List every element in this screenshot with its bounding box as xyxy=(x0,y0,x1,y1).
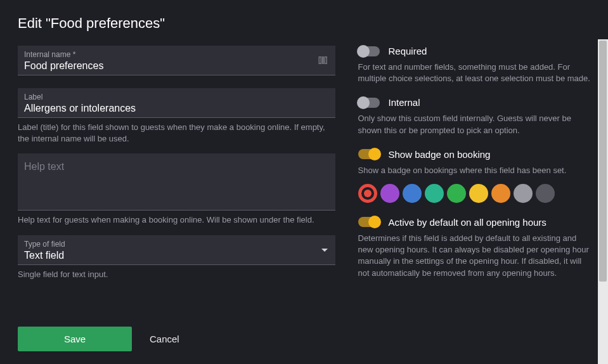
type-of-field-group: Type of field Text field Single field fo… xyxy=(18,235,335,280)
badge-color-swatch-4[interactable] xyxy=(447,184,466,203)
active-default-toggle[interactable] xyxy=(358,217,380,227)
active-default-row: Active by default on all opening hours xyxy=(358,217,591,228)
right-column: Required For text and number fields, som… xyxy=(358,46,591,292)
badge-color-swatch-0[interactable] xyxy=(358,184,377,203)
help-text-group: Help text for guests when making a booki… xyxy=(18,153,335,226)
show-badge-row: Show badge on booking xyxy=(358,149,591,160)
show-badge-toggle[interactable] xyxy=(358,149,380,159)
type-of-field-label: Type of field xyxy=(24,240,329,249)
label-help: Label (title) for this field shown to gu… xyxy=(18,122,335,145)
edit-custom-field-dialog: Edit "Food preferences" Internal name * … xyxy=(0,0,608,364)
internal-name-field[interactable]: Internal name * xyxy=(18,46,335,75)
dialog-columns: Internal name * Label Label (title) for … xyxy=(18,46,590,292)
label-input[interactable] xyxy=(24,103,329,114)
svg-rect-1 xyxy=(322,57,323,64)
label-group: Label Label (title) for this field shown… xyxy=(18,88,335,145)
save-button[interactable]: Save xyxy=(18,327,132,351)
internal-label: Internal xyxy=(389,97,420,108)
label-field[interactable]: Label xyxy=(18,88,335,118)
active-default-label: Active by default on all opening hours xyxy=(389,217,547,228)
dialog-title: Edit "Food preferences" xyxy=(18,15,590,32)
required-label: Required xyxy=(389,46,427,56)
active-default-desc: Determines if this field is added by def… xyxy=(358,233,591,279)
dialog-actions: Save Cancel xyxy=(18,327,179,351)
vertical-scrollbar[interactable] xyxy=(598,39,608,364)
required-desc: For text and number fields, something mu… xyxy=(358,62,591,84)
badge-color-swatch-6[interactable] xyxy=(491,184,510,203)
badge-color-swatch-8[interactable] xyxy=(536,184,555,203)
show-badge-label: Show badge on booking xyxy=(389,149,491,160)
chevron-down-icon xyxy=(321,249,328,252)
help-text-field[interactable] xyxy=(18,153,335,211)
badge-color-swatches xyxy=(358,184,591,203)
left-column: Internal name * Label Label (title) for … xyxy=(18,46,335,292)
type-of-field-help: Single field for text input. xyxy=(18,269,335,280)
internal-desc: Only show this custom field internally. … xyxy=(358,113,591,136)
internal-name-input[interactable] xyxy=(24,60,329,72)
internal-name-label: Internal name * xyxy=(24,50,329,59)
type-of-field-value: Text field xyxy=(24,250,329,261)
help-text-help: Help text for guests when making a booki… xyxy=(18,214,335,226)
type-of-field-select[interactable]: Type of field Text field xyxy=(18,235,335,265)
badge-color-swatch-7[interactable] xyxy=(514,184,533,203)
internal-toggle[interactable] xyxy=(358,98,380,108)
badge-color-swatch-5[interactable] xyxy=(469,184,488,203)
internal-name-group: Internal name * xyxy=(18,46,335,75)
badge-color-swatch-2[interactable] xyxy=(403,184,422,203)
cancel-button[interactable]: Cancel xyxy=(150,334,179,344)
help-text-input[interactable] xyxy=(24,161,329,195)
svg-rect-2 xyxy=(325,57,327,64)
scrollbar-thumb[interactable] xyxy=(599,41,607,282)
badge-color-swatch-1[interactable] xyxy=(380,184,399,203)
badge-color-swatch-3[interactable] xyxy=(425,184,444,203)
show-badge-desc: Show a badge on bookings where this fiel… xyxy=(358,165,591,176)
autofill-icon xyxy=(318,55,329,66)
required-toggle[interactable] xyxy=(358,46,380,56)
required-row: Required xyxy=(358,46,591,56)
svg-rect-0 xyxy=(319,57,321,64)
internal-row: Internal xyxy=(358,97,591,108)
label-field-label: Label xyxy=(24,93,329,101)
